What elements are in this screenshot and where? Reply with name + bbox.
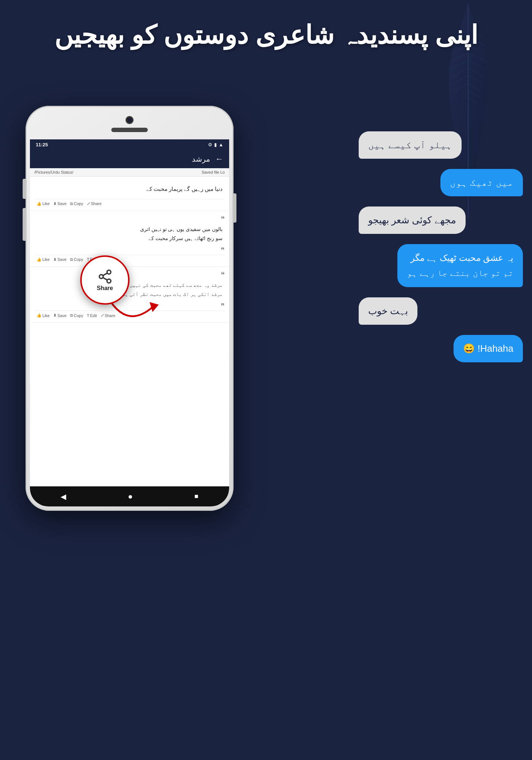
status-icons: ⚙ ▮ ▲: [208, 142, 223, 147]
toolbar-title: مرشد: [192, 155, 210, 163]
save-btn-3[interactable]: ⬇ Save: [52, 312, 68, 319]
battery-icon: ▮: [214, 142, 217, 147]
save-icon-3: ⬇: [53, 313, 57, 318]
like-icon-2: 👍: [36, 257, 42, 262]
like-btn-2[interactable]: 👍 Like: [35, 256, 51, 263]
poetry-card-1: دنیا میں رہیں گے پریمار محبت کے 👍 Like ⬇…: [30, 177, 229, 211]
page-title: اپنی پسندیدہ شاعری دوستوں کو بھیجیں: [0, 20, 532, 50]
status-time: 11:25: [36, 142, 48, 147]
quote-close-2: ❞: [34, 246, 225, 255]
like-btn-3[interactable]: 👍 Like: [35, 312, 51, 319]
poetry-text-2: بالوں میں سفیدی یوں ہی تو نہیں اتریسو رن…: [34, 223, 225, 246]
saved-label: Saved file Lo: [201, 170, 225, 174]
copy-icon-3: ⧉: [70, 313, 73, 318]
nav-back-btn[interactable]: ◀: [61, 492, 66, 501]
chat-area: ہیلو آپ کیسے ہیں میں ٹھیک ہوں مجھے کوئی …: [359, 131, 523, 362]
status-bar: 11:25 ⚙ ▮ ▲: [30, 139, 229, 150]
phone-speaker: [111, 128, 148, 132]
gear-icon: ⚙: [208, 142, 212, 147]
chat-bubble-2: میں ٹھیک ہوں: [440, 169, 523, 196]
action-bar-1: 👍 Like ⬇ Save ⧉ Copy ⤢ Share: [34, 199, 225, 208]
poetry-text-1: دنیا میں رہیں گے پریمار محبت کے: [34, 182, 225, 199]
nav-home-btn[interactable]: ●: [128, 492, 132, 501]
like-icon-1: 👍: [36, 201, 42, 206]
copy-icon-1: ⧉: [70, 201, 73, 206]
chat-bubble-4: یہ عشق محبت ٹھیک ہے مگرتم تو جان بنتے جا…: [397, 244, 523, 287]
filepath-text: /Pictures/Urdu Status/: [34, 170, 73, 174]
copy-btn-1[interactable]: ⧉ Copy: [69, 201, 85, 207]
copy-btn-3[interactable]: ⧉ Copy: [69, 312, 85, 319]
share-bubble-label: Share: [97, 285, 113, 292]
share-bubble: Share: [80, 255, 130, 305]
share-icon-bubble: [97, 269, 113, 284]
poetry-card-2: ❝ بالوں میں سفیدی یوں ہی تو نہیں اتریسو …: [30, 211, 229, 267]
back-button[interactable]: ←: [215, 154, 223, 164]
nav-bar: ◀ ● ■: [30, 486, 229, 506]
filepath-bar: /Pictures/Urdu Status/ Saved file Lo: [30, 168, 229, 177]
chat-bubble-3: مجھے کوئی شعر بھیجو: [359, 207, 466, 234]
share-icon-1: ⤢: [87, 201, 90, 206]
quote-open-2: ❝: [34, 215, 225, 223]
nav-recent-btn[interactable]: ■: [194, 493, 198, 500]
edit-icon-3: T: [87, 313, 89, 318]
save-icon-1: ⬇: [53, 201, 57, 206]
save-icon-2: ⬇: [53, 257, 57, 262]
app-toolbar: ← مرشد: [30, 150, 229, 168]
chat-bubble-1: ہیلو آپ کیسے ہیں: [359, 131, 462, 159]
like-icon-3: 👍: [36, 313, 42, 318]
save-btn-1[interactable]: ⬇ Save: [52, 201, 68, 207]
save-btn-2[interactable]: ⬇ Save: [52, 256, 68, 263]
svg-marker-23: [150, 302, 159, 312]
copy-icon-2: ⧉: [70, 257, 73, 262]
phone-camera: [126, 116, 134, 124]
svg-line-21: [103, 277, 107, 280]
share-btn-1[interactable]: ⤢ Share: [85, 201, 103, 207]
copy-btn-2[interactable]: ⧉ Copy: [69, 256, 85, 263]
chat-bubble-5: بہت خوب: [359, 297, 417, 325]
like-btn-1[interactable]: 👍 Like: [35, 201, 51, 207]
action-bar-2: 👍 Like ⬇ Save ⧉ Copy T Edit ⤢ Share: [34, 255, 225, 264]
wifi-icon: ▲: [219, 142, 223, 147]
chat-bubble-6: Hahaha! 😄: [454, 335, 523, 362]
svg-line-22: [103, 273, 107, 275]
